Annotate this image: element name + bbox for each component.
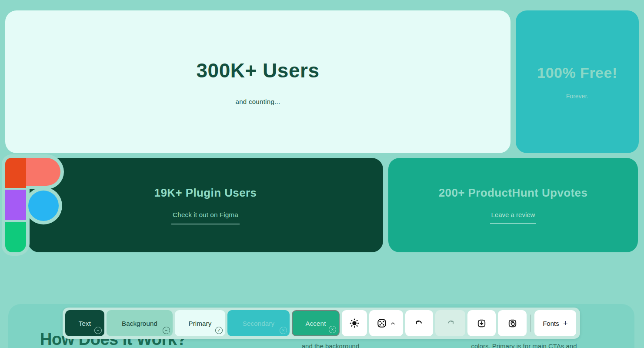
- paragraph-fragment: and the background: [302, 342, 360, 348]
- chevron-up-icon: [390, 320, 396, 327]
- swatch-accent-label: Accent: [305, 320, 326, 327]
- palette-toolbar: Text − Background − Primary ✓ Secondary …: [63, 308, 580, 339]
- figma-plugin-link[interactable]: Check it out on Figma: [171, 211, 240, 224]
- swatch-primary-label: Primary: [188, 320, 211, 327]
- plus-icon: +: [563, 318, 568, 328]
- x-badge-icon: ×: [280, 327, 287, 334]
- leave-review-link[interactable]: Leave a review: [490, 211, 537, 224]
- plugin-users-title: 19K+ Plugin Users: [154, 186, 257, 200]
- figma-logo-icon: [5, 158, 60, 252]
- figma-logo-salmon-shape: [26, 158, 60, 186]
- randomize-button[interactable]: [369, 310, 403, 336]
- swatch-text-label: Text: [79, 320, 91, 327]
- download-button[interactable]: [467, 310, 496, 336]
- free-subtitle: Forever.: [566, 93, 588, 100]
- stat-card-producthunt: 200+ ProductHunt Upvotes Leave a review: [388, 158, 638, 252]
- download-icon: [476, 318, 487, 329]
- swatch-text-button[interactable]: Text −: [65, 310, 104, 336]
- fonts-button-label: Fonts: [543, 320, 559, 327]
- users-count-title: 300K+ Users: [197, 59, 320, 82]
- undo-button[interactable]: [405, 310, 433, 336]
- figma-logo-blue-circle: [28, 191, 59, 221]
- swatch-accent-button[interactable]: Accent ×: [292, 310, 340, 336]
- minus-badge-icon: −: [94, 327, 102, 334]
- toolbar-divider: [530, 315, 531, 332]
- copy-icon: [507, 318, 518, 329]
- stat-card-users: 300K+ Users and counting...: [5, 10, 511, 153]
- stat-card-free: 100% Free! Forever.: [516, 10, 639, 153]
- swatch-secondary-button[interactable]: Secondary ×: [227, 310, 290, 336]
- swatch-background-label: Background: [122, 320, 157, 327]
- x-badge-icon: ×: [329, 326, 336, 333]
- landing-page: 300K+ Users and counting... 100% Free! F…: [0, 0, 644, 348]
- stat-card-plugin-users: 19K+ Plugin Users Check it out on Figma: [28, 158, 383, 252]
- dice-icon: [376, 318, 387, 329]
- producthunt-title: 200+ ProductHunt Upvotes: [439, 186, 588, 200]
- swatch-secondary-label: Secondary: [243, 320, 275, 327]
- minus-badge-icon: −: [163, 327, 170, 334]
- figma-logo-purple-shape: [5, 190, 26, 220]
- figma-logo-orange-shape: [5, 158, 26, 188]
- paragraph-fragment: colors. Primary is for main CTAs and: [471, 342, 577, 348]
- users-count-subtitle: and counting...: [236, 98, 280, 105]
- figma-logo-green-shape: [5, 222, 26, 252]
- free-title: 100% Free!: [537, 64, 617, 81]
- redo-button[interactable]: [435, 310, 465, 336]
- redo-icon: [445, 318, 456, 328]
- fonts-button[interactable]: Fonts +: [534, 310, 576, 336]
- undo-icon: [414, 318, 424, 328]
- check-badge-icon: ✓: [215, 327, 223, 334]
- copy-button[interactable]: [498, 310, 527, 336]
- swatch-background-button[interactable]: Background −: [107, 310, 173, 336]
- brightness-icon: [349, 318, 360, 329]
- brightness-button[interactable]: [342, 310, 367, 336]
- swatch-primary-button[interactable]: Primary ✓: [175, 310, 225, 336]
